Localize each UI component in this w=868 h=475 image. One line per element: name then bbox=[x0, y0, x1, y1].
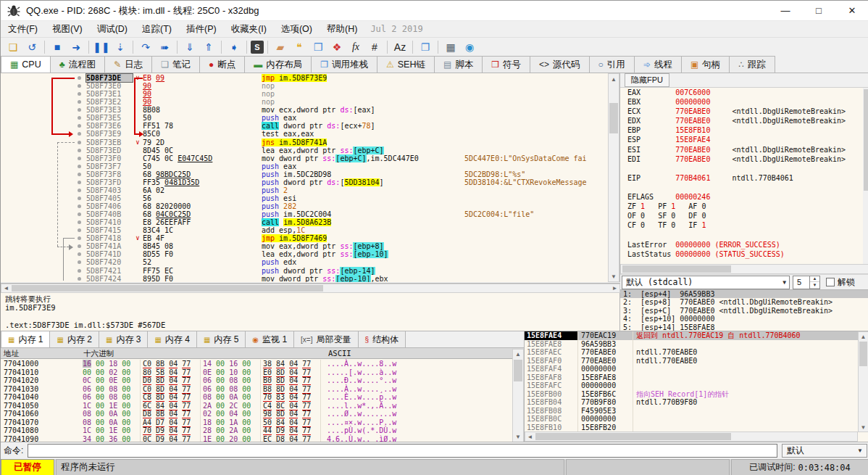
disasm-row[interactable]: 5D8F73DE∨EB 09jmp im.5D8F73E9 bbox=[1, 74, 609, 82]
dump-row[interactable]: 770410501C 00 1E 006C 84 04 772A 00 2C 0… bbox=[1, 402, 512, 410]
register-line[interactable]: ESP 15E8FAE4 bbox=[620, 135, 868, 144]
dump-tab-监视 1[interactable]: ◉监视 1 bbox=[245, 331, 294, 347]
register-line[interactable] bbox=[620, 230, 868, 239]
stack-panel[interactable]: 15E8FAE4770EAC19返回到 ntdll.770EAC19 自 ntd… bbox=[524, 331, 868, 442]
register-line[interactable]: ZF 1 PF 1 AF 0 bbox=[620, 202, 868, 211]
disassembly-vertical-scrollbar[interactable]: ▲ ▼ bbox=[608, 73, 619, 282]
disasm-row[interactable]: 5D8F740556push esi bbox=[1, 194, 609, 202]
breakpoint-dot-icon[interactable] bbox=[78, 181, 81, 184]
step-out-icon[interactable]: ⇑ bbox=[200, 39, 217, 56]
tab-SEH链[interactable]: ⚠SEH链 bbox=[377, 56, 435, 73]
register-line[interactable]: LastError 00000000 (ERROR_SUCCESS) bbox=[620, 240, 868, 249]
stack-row[interactable]: 15E8FAEC770EABE0ntdll.770EABE0 bbox=[525, 348, 868, 357]
dump-tab-局部变量[interactable]: [x=]局部变量 bbox=[293, 331, 358, 347]
argument-row[interactable]: 3: [esp+C] 770EABE0 <ntdll.DbgUiRemoteBr… bbox=[620, 307, 868, 315]
breakpoint-dot-icon[interactable] bbox=[78, 189, 81, 192]
stack-row[interactable]: 15E8FAF815E8FAE8 bbox=[525, 373, 868, 382]
stack-row[interactable]: 15E8FAE4770EAC19返回到 ntdll.770EAC19 自 ntd… bbox=[525, 331, 868, 340]
menu-item-d[interactable]: 调试(D) bbox=[90, 22, 135, 37]
menu-item-f[interactable]: 文件(F) bbox=[1, 22, 45, 37]
argument-row[interactable]: 1: [esp+4] 96A59BB3 bbox=[620, 290, 868, 298]
breakpoint-dot-icon[interactable] bbox=[78, 228, 81, 232]
hide-fpu-button[interactable]: 隐藏FPU bbox=[625, 73, 669, 87]
patches-icon[interactable]: ▰ bbox=[272, 39, 289, 56]
comments-icon[interactable]: ❝ bbox=[291, 39, 308, 56]
disasm-row[interactable]: 5D8F7421FF75 ECpush dword ptr ss:[ebp-14… bbox=[1, 267, 609, 275]
breakpoint-dot-icon[interactable] bbox=[78, 212, 81, 216]
dump-row[interactable]: 770410200C 00 0E 00D0 8D 04 7706 00 08 0… bbox=[1, 376, 512, 385]
menu-item-p[interactable]: 插件(P) bbox=[179, 22, 224, 37]
stack-row[interactable]: 15E8FAE896A59BB3 bbox=[525, 340, 868, 349]
tab-引用[interactable]: ○引用 bbox=[589, 56, 635, 73]
disasm-row[interactable]: 5D8F7418∨EB 4Fjmp im.5D8F7469 bbox=[1, 234, 609, 242]
register-line[interactable]: ESI 770EABE0 <ntdll.DbgUiRemoteBreakin> bbox=[620, 145, 868, 154]
functions-icon[interactable]: fx bbox=[347, 39, 364, 56]
disasm-row[interactable]: 5D8F73E290nop bbox=[1, 98, 609, 106]
bookmarks-icon[interactable]: ❖ bbox=[328, 39, 346, 56]
command-input[interactable] bbox=[28, 444, 777, 458]
register-line[interactable] bbox=[620, 259, 868, 264]
tab-句柄[interactable]: ▣句柄 bbox=[681, 56, 730, 73]
command-profile-select[interactable]: 默认▼ bbox=[782, 444, 867, 458]
comment-hash-icon[interactable]: # bbox=[366, 39, 383, 56]
stack-row[interactable]: 15E8FB04770B9F80ntdll.770B9F80 bbox=[525, 398, 868, 407]
breakpoint-dot-icon[interactable] bbox=[78, 173, 81, 176]
argument-count-spinner[interactable]: 5 ▲▼ bbox=[793, 276, 820, 289]
breakpoint-dot-icon[interactable] bbox=[78, 76, 81, 80]
disasm-row[interactable]: 5D8F73E090nop bbox=[1, 82, 609, 90]
restart-icon[interactable]: ↺ bbox=[23, 39, 41, 56]
call-arguments-panel[interactable]: 1: [esp+4] 96A59BB32: [esp+8] 770EABE0 <… bbox=[620, 289, 868, 331]
dump-row[interactable]: 7704100016 00 18 00C0 8B 04 7714 00 16 0… bbox=[1, 360, 512, 368]
tab-源代码[interactable]: <>源代码 bbox=[530, 56, 590, 73]
attach-icon[interactable]: ❐ bbox=[417, 39, 434, 56]
dump-row[interactable]: 7704104006 00 08 00C8 8D 04 7708 00 0A 0… bbox=[1, 393, 512, 402]
maximize-button[interactable]: □ bbox=[802, 1, 835, 21]
minimize-button[interactable]: — bbox=[769, 1, 802, 21]
register-line[interactable]: LastStatus 00000000 (STATUS_SUCCESS) bbox=[620, 249, 868, 259]
dump-row[interactable]: 7704103006 00 08 00C0 8D 04 7706 00 08 0… bbox=[1, 385, 512, 394]
breakpoint-dot-icon[interactable] bbox=[78, 165, 81, 168]
dump-row[interactable]: 7704106008 00 0A 00D8 8B 04 7702 00 04 0… bbox=[1, 410, 512, 418]
stack-row[interactable]: 15E8FB0015E8FB6C指向SEH_Record[1]的指针 bbox=[525, 390, 868, 399]
breakpoint-dot-icon[interactable] bbox=[78, 124, 81, 128]
stack-row[interactable]: 15E8FB08F45905E3 bbox=[525, 407, 868, 416]
registers-panel[interactable]: 隐藏FPU EAX 007C6000EBX 00000000ECX 770EAB… bbox=[620, 73, 868, 264]
stack-row[interactable]: 15E8FB1015E8FB20 bbox=[525, 424, 868, 432]
dump-tab-内存 2[interactable]: ▦内存 2 bbox=[49, 331, 99, 347]
tab-符号[interactable]: ❒符号 bbox=[482, 56, 530, 73]
breakpoint-dot-icon[interactable] bbox=[78, 197, 81, 200]
argument-row[interactable]: 4: [esp+10] 00000000 bbox=[620, 315, 868, 323]
run-to-user-code-icon[interactable]: ➧ bbox=[225, 39, 243, 56]
disasm-row[interactable]: 5D8F73E38B08mov ecx,dword ptr ds:[eax] bbox=[1, 106, 609, 114]
dump-vertical-scrollbar[interactable]: ▲ ▼ bbox=[512, 349, 524, 442]
registers-vertical-scrollbar[interactable] bbox=[863, 88, 868, 264]
disasm-row[interactable]: 5D8F7410E8 26EEFAFFcall im.5D8A623B bbox=[1, 218, 609, 226]
breakpoint-dot-icon[interactable] bbox=[78, 236, 81, 240]
register-line[interactable] bbox=[620, 164, 868, 173]
stack-vertical-scrollbar[interactable]: ▲ ▼ bbox=[858, 331, 868, 432]
tab-CPU[interactable]: ▦CPU bbox=[1, 56, 51, 73]
strings-icon[interactable]: Az bbox=[391, 39, 409, 56]
dump-row[interactable]: 770410801C 00 1E 0070 D9 04 7728 00 2A 0… bbox=[1, 426, 512, 435]
calling-convention-select[interactable]: 默认 (stdcall)▼ bbox=[622, 276, 790, 289]
disasm-row[interactable]: 5D8F73E190nop bbox=[1, 90, 609, 98]
disasm-row[interactable]: 5D8F7424895D F0mov dword ptr ss:[ebp-10]… bbox=[1, 275, 609, 282]
disasm-row[interactable]: 5D8F73E6FF51 78call dword ptr ds:[ecx+78… bbox=[1, 122, 609, 130]
argument-row[interactable]: 5: [esp+14] 15E8FAE8 bbox=[620, 323, 868, 331]
breakpoint-dot-icon[interactable] bbox=[78, 116, 81, 120]
dump-row[interactable]: 7704101000 00 02 0080 5B 04 770E 00 10 0… bbox=[1, 368, 512, 377]
stack-row[interactable]: 15E8FB0C00000000 bbox=[525, 415, 868, 424]
register-line[interactable]: EFLAGS 00000246 bbox=[620, 192, 868, 202]
tab-线程[interactable]: ➾线程 bbox=[634, 56, 682, 73]
menu-item-v[interactable]: 视图(V) bbox=[45, 22, 90, 37]
open-file-icon[interactable]: ❏ bbox=[4, 39, 22, 56]
memory-dump-panel[interactable]: ▦内存 1▦内存 2▦内存 3▦内存 4▦内存 5◉监视 1[x=]局部变量§结… bbox=[1, 331, 524, 442]
register-line[interactable] bbox=[620, 183, 868, 192]
tab-跟踪[interactable]: ∴跟踪 bbox=[729, 56, 775, 73]
disasm-row[interactable]: 5D8F73FDFF35 0481D35Dpush dword ptr ds:[… bbox=[1, 178, 609, 186]
tab-脚本[interactable]: ▤脚本 bbox=[434, 56, 483, 73]
dump-row[interactable]: 7704107008 00 0A 00A4 D7 04 7718 00 1A 0… bbox=[1, 418, 512, 427]
register-line[interactable]: EAX 007C6000 bbox=[620, 88, 868, 97]
labels-icon[interactable]: ❒ bbox=[309, 39, 327, 56]
registers-horizontal-scrollbar[interactable] bbox=[620, 264, 868, 274]
